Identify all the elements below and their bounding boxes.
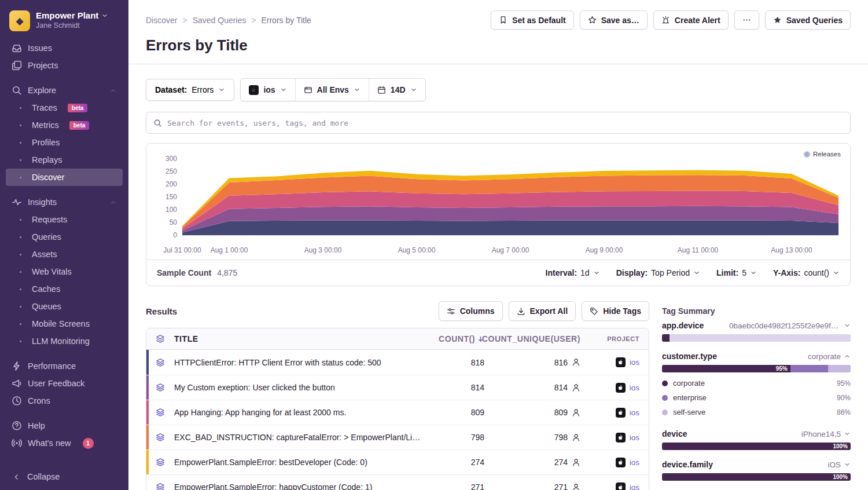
project-cell[interactable]: ios [584,357,649,367]
sidebar-item-caches[interactable]: Caches [6,280,123,298]
org-switcher[interactable]: ◆ Empower Plant Jane Schmidt [0,7,128,38]
date-range-filter[interactable]: 14D [369,79,425,101]
breadcrumb-discover[interactable]: Discover [146,16,177,25]
sidebar-item-queries[interactable]: Queries [6,228,123,246]
project-filter[interactable]: ios [241,79,295,101]
display-selector[interactable]: Display: Top Period [616,268,700,277]
sidebar-item-what-s-new[interactable]: What's new1 [6,434,123,452]
columns-button[interactable]: Columns [439,301,503,321]
sidebar-item-discover[interactable]: Discover [6,169,123,186]
event-stack-cell[interactable] [146,383,174,392]
collapse-button[interactable]: Collapse [0,463,128,490]
column-header-project[interactable]: PROJECT [584,335,649,342]
table-row: App Hanging: App hanging for at least 20… [146,400,649,425]
environment-filter[interactable]: All Envs [295,79,369,101]
stack-icon [156,433,165,442]
event-stack-cell[interactable] [146,358,174,367]
tag-value-row[interactable]: self-serve86% [662,405,851,419]
event-stack-cell[interactable] [146,482,174,490]
chevron-up-icon [844,353,851,360]
column-header-unique[interactable]: COUNT_UNIQUE(USER) [484,334,584,343]
series-color-bar [146,475,149,490]
sidebar-item-assets[interactable]: Assets [6,246,123,263]
count-cell: 809 [431,408,484,417]
save-as-button[interactable]: Save as… [580,10,648,30]
tag-name: device.family [662,460,713,469]
event-stack-cell[interactable] [146,408,174,417]
project-link[interactable]: ios [630,358,639,367]
sidebar-item-user-feedback[interactable]: User Feedback [6,375,123,392]
chevron-left-icon [13,473,20,481]
event-title-link[interactable]: EmpowerPlant.SampleError: happyCustomer … [174,482,431,490]
events-stacked-area-chart[interactable]: 050100150200250300Jul 31 00:00Aug 1 00:0… [156,149,841,257]
breadcrumb-saved-queries[interactable]: Saved Queries [193,16,247,25]
yaxis-label: Y-Axis: [773,268,800,277]
yaxis-selector[interactable]: Y-Axis: count() [773,268,840,277]
project-link[interactable]: ios [630,433,639,442]
bullet-dot [20,177,21,178]
ios-platform-icon [616,383,626,393]
search-input[interactable] [167,119,843,127]
sidebar-item-llm-monitoring[interactable]: LLM Monitoring [6,332,123,350]
set-as-default-button[interactable]: Set as Default [491,10,574,30]
project-link[interactable]: ios [630,408,639,417]
column-header-count[interactable]: COUNT() [431,334,484,343]
sidebar-item-projects[interactable]: Projects [6,57,123,74]
series-color-bar [146,350,149,375]
event-title-link[interactable]: App Hanging: App hanging for at least 20… [174,408,431,417]
project-cell[interactable]: ios [584,408,649,418]
event-title-link[interactable]: My Custom exeption: User clicked the but… [174,383,431,392]
apple-icon [617,484,624,490]
sidebar-item-replays[interactable]: Replays [6,151,123,169]
bullet-dot [20,288,21,290]
event-title-link[interactable]: EXC_BAD_INSTRUCTION: captureFatalError: … [174,433,431,442]
create-alert-button[interactable]: Create Alert [653,10,729,30]
project-cell[interactable]: ios [584,458,649,467]
more-options-button[interactable] [734,10,759,30]
tag-value-toggle[interactable]: 0baebc0de4982f1255f2e9e9fb7… [729,321,851,330]
event-title-link[interactable]: HTTPClientError: HTTP Client Error with … [174,358,431,367]
tag-value-toggle[interactable]: iOS [827,460,851,469]
tag-value-toggle[interactable]: iPhone14,5 [801,430,851,438]
export-all-button[interactable]: Export All [509,301,576,321]
event-stack-cell[interactable] [146,458,174,467]
chart-legend[interactable]: Releases [804,151,841,158]
tag-value-row[interactable]: corporate95% [662,376,851,390]
project-link[interactable]: ios [630,483,639,490]
tag-value-toggle[interactable]: corporate [808,352,851,361]
sidebar-item-profiles[interactable]: Profiles [6,134,123,151]
sidebar-item-performance[interactable]: Performance [6,357,123,375]
sidebar-section-insights[interactable]: Insights [6,193,123,211]
svg-text:Jul 31 00:00: Jul 31 00:00 [163,246,201,254]
event-title-link[interactable]: EmpowerPlant.SampleError: bestDeveloper … [174,458,431,467]
breadcrumb-separator: > [182,16,187,25]
sidebar-item-web-vitals[interactable]: Web Vitals [6,263,123,280]
tag-value-row[interactable]: enterprise90% [662,390,851,405]
chevron-down-icon [218,86,225,93]
sidebar-item-help[interactable]: Help [6,417,123,434]
project-link[interactable]: ios [630,458,639,467]
dataset-selector[interactable]: Dataset: Errors [146,79,234,101]
project-cell[interactable]: ios [584,482,649,490]
sidebar-item-queues[interactable]: Queues [6,298,123,315]
column-header-title[interactable]: TITLE [174,334,431,343]
svg-text:300: 300 [165,155,177,163]
sidebar-item-requests[interactable]: Requests [6,211,123,228]
tag-bar-segment [828,365,851,372]
sidebar-item-issues[interactable]: Issues [6,39,123,57]
event-stack-cell[interactable] [146,433,174,442]
project-cell[interactable]: ios [584,383,649,393]
sidebar-item-metrics[interactable]: Metricsbeta [6,116,123,134]
interval-selector[interactable]: Interval: 1d [546,268,600,277]
project-cell[interactable]: ios [584,433,649,443]
sidebar-item-traces[interactable]: Tracesbeta [6,99,123,116]
svg-text:100: 100 [165,206,177,214]
star-icon [588,16,597,24]
saved-queries-button[interactable]: Saved Queries [765,10,851,30]
hide-tags-button[interactable]: Hide Tags [582,301,649,321]
sidebar-section-explore[interactable]: Explore [6,82,123,99]
sidebar-item-crons[interactable]: Crons [6,392,123,409]
limit-selector[interactable]: Limit: 5 [716,268,757,277]
sidebar-item-mobile-screens[interactable]: Mobile Screens [6,315,123,332]
project-link[interactable]: ios [630,383,639,392]
